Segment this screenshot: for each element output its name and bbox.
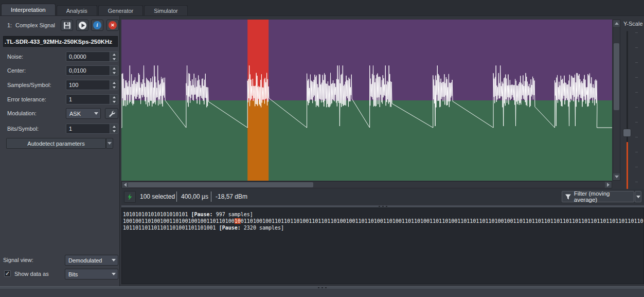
selected-duration-text: 400,00 µs — [181, 193, 208, 200]
filter-dropdown-button[interactable] — [635, 191, 641, 202]
yscale-slider-handle[interactable] — [623, 129, 631, 137]
signal-name-input[interactable]: .TL-SDR-433_92MHz-250KSps-250KHz — [3, 36, 118, 47]
signal-info-button[interactable]: i — [91, 20, 103, 31]
modulation-settings-button[interactable] — [105, 108, 118, 119]
signal-view-value: Demodulated — [65, 257, 110, 264]
pause-label: [Pause: — [219, 225, 241, 231]
error-tolerance-input[interactable]: 1 — [66, 94, 118, 104]
urh-window: Interpretation Analysis Generator Simula… — [0, 0, 644, 297]
yscale-tick — [635, 107, 638, 108]
horizontal-scrollbar-thumb[interactable] — [128, 182, 313, 187]
filter-button[interactable]: Filter (moving average) — [562, 191, 634, 202]
horizontal-scrollbar[interactable] — [121, 181, 612, 188]
bits-per-symbol-value: 1 — [66, 124, 110, 133]
bits-per-symbol-spin-up[interactable] — [110, 124, 118, 129]
error-tolerance-spin-down[interactable] — [110, 99, 118, 104]
wrench-icon — [108, 110, 115, 117]
bit-line: 1001001101001001101001001001101101001001… — [123, 218, 642, 224]
samples-spin-down[interactable] — [110, 85, 118, 90]
status-separator — [176, 191, 177, 202]
window-top-strip — [0, 0, 644, 4]
main-tabbar: Interpretation Analysis Generator Simula… — [0, 4, 644, 16]
yscale-tick — [635, 47, 638, 48]
noise-label: Noise: — [7, 54, 23, 60]
modulation-label: Modulation: — [7, 110, 37, 116]
plot-zone-below-center — [121, 100, 612, 181]
noise-input[interactable]: 0,0000 — [66, 51, 118, 62]
signal-view-canvas[interactable] — [121, 20, 612, 181]
selection-overlay-bottom — [247, 100, 269, 181]
vertical-scrollbar-thumb[interactable] — [614, 43, 619, 110]
yscale-tick — [635, 137, 638, 137]
close-icon: ✕ — [109, 21, 117, 29]
signal-plot — [121, 20, 612, 181]
center-value: 0,0100 — [66, 66, 110, 75]
lightning-icon — [124, 191, 136, 203]
center-input[interactable]: 0,0100 — [66, 65, 118, 76]
scroll-up-button[interactable] — [613, 20, 620, 27]
noise-value: 0,0000 — [66, 52, 110, 61]
signal-settings-panel: 1: Complex Signal i ✕ .TL-SDR-433_92MHz-… — [0, 16, 120, 286]
chevron-down-icon — [110, 273, 118, 275]
message-bits-textedit[interactable]: 101010101010101010101 [Pause: 997 sample… — [121, 207, 644, 284]
noise-spin-down[interactable] — [110, 57, 118, 61]
modulation-select[interactable]: ASK — [66, 108, 101, 119]
center-spin-up[interactable] — [110, 66, 118, 71]
bits-per-symbol-label: Bits/Symbol: — [7, 126, 39, 132]
error-tolerance-label: Error tolerance: — [7, 96, 46, 102]
noise-spin-up[interactable] — [110, 52, 118, 57]
yscale-tick — [635, 122, 638, 123]
save-icon — [63, 22, 71, 29]
yscale-slider-fill — [627, 142, 628, 191]
show-data-as-checkbox[interactable] — [4, 270, 11, 277]
chevron-down-icon — [108, 142, 112, 145]
bit-line: 101010101010101010101 [Pause: 997 sample… — [123, 211, 642, 218]
tab-interpretation[interactable]: Interpretation — [1, 4, 56, 15]
bits-text: 997 samples] — [213, 212, 253, 217]
show-data-as-select[interactable]: Bits — [65, 269, 118, 279]
yscale-panel: Y-Scale — [621, 20, 644, 195]
samples-per-symbol-label: Samples/Symbol: — [7, 82, 51, 88]
bit-line: 101101101101101101001101101001 [Pause: 2… — [123, 224, 642, 231]
bits-per-symbol-input[interactable]: 1 — [66, 124, 118, 134]
tab-analysis[interactable]: Analysis — [57, 5, 97, 15]
samples-per-symbol-input[interactable]: 100 — [66, 80, 118, 90]
vertical-scrollbar[interactable] — [613, 20, 620, 181]
bits-text: 100100110100100110100100100110110100 — [123, 218, 235, 224]
bottom-panel-area — [0, 289, 644, 297]
show-data-as-value: Bits — [65, 271, 110, 277]
play-signal-button[interactable] — [76, 20, 88, 31]
autodetect-dropdown-button[interactable] — [106, 138, 113, 149]
signal-view-select[interactable]: Demodulated — [65, 255, 118, 266]
bits-text: 2320 samples] — [241, 225, 284, 231]
status-separator — [211, 191, 211, 202]
filter-funnel-icon — [565, 194, 571, 200]
selected-samples-text: 100 selected — [140, 193, 175, 200]
error-tolerance-spin-up[interactable] — [110, 95, 118, 99]
scroll-down-button[interactable] — [613, 173, 620, 180]
bits-text: 0110100100110110110100110110110100100110… — [241, 218, 644, 224]
show-data-as-label: Show data as — [14, 271, 49, 277]
yscale-tick — [635, 167, 638, 167]
selected-bits-highlight: 10 — [235, 218, 241, 224]
signal-index-label: 1: — [7, 22, 12, 28]
tab-simulator[interactable]: Simulator — [144, 5, 187, 15]
error-tolerance-value: 1 — [66, 95, 110, 104]
selection-status-bar: 100 selected 400,00 µs -18,57 dBm Filter… — [121, 189, 644, 205]
samples-spin-up[interactable] — [110, 80, 118, 85]
yscale-tick — [635, 152, 638, 152]
yscale-tick — [635, 182, 638, 182]
tab-generator[interactable]: Generator — [98, 5, 144, 15]
info-icon: i — [93, 21, 101, 29]
save-signal-button[interactable] — [61, 20, 73, 31]
selected-power-text: -18,57 dBm — [216, 193, 247, 200]
chevron-down-icon — [110, 259, 118, 261]
bits-per-symbol-spin-down[interactable] — [110, 129, 118, 133]
modulation-value: ASK — [66, 111, 92, 117]
center-spin-down[interactable] — [110, 71, 118, 75]
scroll-right-button[interactable] — [605, 182, 612, 188]
pause-label: [Pause: — [191, 212, 212, 217]
filter-button-label: Filter (moving average) — [574, 190, 634, 203]
close-signal-button[interactable]: ✕ — [106, 20, 119, 31]
autodetect-parameters-button[interactable]: Autodetect parameters — [6, 138, 106, 149]
